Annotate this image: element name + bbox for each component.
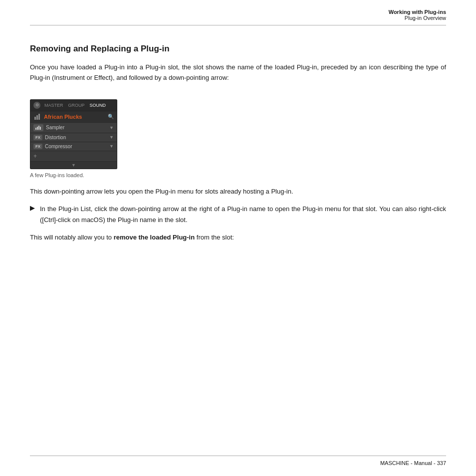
svg-rect-5 xyxy=(38,126,39,130)
bullet-text: In the Plug-in List, click the down-poin… xyxy=(40,204,446,225)
svg-rect-2 xyxy=(38,114,40,120)
sampler-badge xyxy=(33,124,43,131)
plugin-header: ⚙ MASTER GROUP SOUND xyxy=(30,100,117,111)
slot-arrow-distortion: ▼ xyxy=(109,135,114,140)
fx-badge-compressor: FX xyxy=(33,144,42,149)
add-icon: + xyxy=(33,153,37,160)
tab-master: MASTER xyxy=(44,103,63,108)
plugin-tabs: MASTER GROUP SOUND xyxy=(44,103,106,108)
closing-suffix: from the slot: xyxy=(195,234,234,241)
page-footer: MASCHINE - Manual - 337 xyxy=(30,456,446,466)
footer-rule xyxy=(30,456,446,456)
plugin-slot-distortion: FX Distortion ▼ xyxy=(30,133,117,142)
content-area: Removing and Replacing a Plug-in Once yo… xyxy=(30,34,446,446)
svg-rect-3 xyxy=(35,128,36,130)
tab-group: GROUP xyxy=(68,103,85,108)
plugin-name: African Plucks xyxy=(44,114,108,120)
screenshot-container: ⚙ MASTER GROUP SOUND xyxy=(30,99,117,169)
slot-name-sampler: Sampler xyxy=(46,125,109,130)
bullet-row: ▶ In the Plug-in List, click the down-po… xyxy=(30,204,446,225)
page-container: Working with Plug-ins Plug-in Overview R… xyxy=(0,0,476,476)
screenshot-caption: A few Plug-ins loaded. xyxy=(30,172,446,178)
svg-rect-4 xyxy=(37,127,38,130)
header-rule xyxy=(30,25,446,25)
plugin-slot-sampler: Sampler ▼ xyxy=(30,122,117,133)
bottom-arrow: ▼ xyxy=(30,161,117,169)
closing-paragraph: This will notably allow you to remove th… xyxy=(30,232,446,242)
page-header: Working with Plug-ins Plug-in Overview xyxy=(389,9,446,21)
plugin-type-icon xyxy=(33,113,41,121)
closing-bold: remove the loaded Plug-in xyxy=(114,234,195,241)
header-title: Working with Plug-ins xyxy=(389,9,446,15)
slot-name-compressor: Compressor xyxy=(45,144,109,149)
intro-paragraph: Once you have loaded a Plug-in into a Pl… xyxy=(30,62,446,83)
add-slot-row: + xyxy=(30,151,117,161)
search-icon: 🔍 xyxy=(108,114,114,119)
svg-rect-1 xyxy=(36,115,38,120)
plugin-slot-compressor: FX Compressor ▼ xyxy=(30,142,117,151)
svg-rect-6 xyxy=(40,127,41,130)
footer-text: MASCHINE - Manual - 337 xyxy=(30,460,446,466)
tab-sound: SOUND xyxy=(90,103,106,108)
slot-arrow-sampler: ▼ xyxy=(109,125,114,130)
closing-prefix: This will notably allow you to xyxy=(30,234,114,241)
bullet-arrow-icon: ▶ xyxy=(30,204,35,212)
slot-arrow-compressor: ▼ xyxy=(109,144,114,149)
section-heading: Removing and Replacing a Plug-in xyxy=(30,44,446,54)
header-subtitle: Plug-in Overview xyxy=(389,15,446,21)
plugin-ui: ⚙ MASTER GROUP SOUND xyxy=(30,99,117,169)
slot-name-distortion: Distortion xyxy=(45,135,109,140)
arrow-description: This down-pointing arrow lets you open t… xyxy=(30,186,446,197)
settings-icon: ⚙ xyxy=(33,102,40,109)
fx-badge-distortion: FX xyxy=(33,135,42,140)
svg-rect-0 xyxy=(34,117,36,120)
